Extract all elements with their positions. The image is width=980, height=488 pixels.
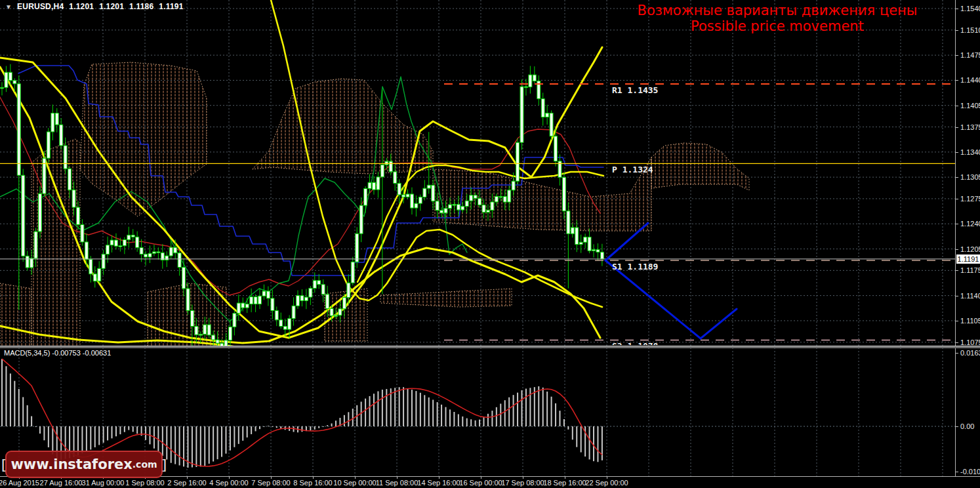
time-tick — [565, 477, 565, 479]
time-tick-label: 1 Sep 08:00 — [125, 479, 164, 487]
level-label-s1[interactable]: S1 1.1189 — [612, 262, 658, 272]
watermark-site: www.instaforex — [10, 457, 132, 472]
time-tick-label: 26 Aug 2015 — [0, 479, 39, 487]
time-tick — [523, 477, 523, 479]
price-tick-label: 1.1405 — [960, 102, 980, 110]
axis-tick — [956, 199, 958, 199]
axis-tick — [956, 152, 958, 153]
time-tick-label: 22 Sep 00:00 — [585, 479, 628, 487]
time-tick — [187, 477, 188, 479]
annotation-text: Возможные варианты движения цены Possibl… — [544, 3, 980, 34]
time-tick-label: 16 Sep 00:00 — [459, 479, 502, 487]
symbol-name: EURUSD,H4 — [17, 2, 64, 11]
current-price-tag: 1.1191 — [956, 254, 980, 264]
price-tick-label: 1.1240 — [960, 220, 980, 228]
price-tick-label: 1.1440 — [960, 76, 980, 84]
axis-tick — [956, 177, 958, 178]
time-tick-label: 4 Sep 00:00 — [209, 479, 248, 487]
price-layers — [0, 0, 955, 346]
macd-tick-label: 0.01633 — [960, 349, 980, 357]
symbol-header: ▼ EURUSD,H4 1.1201 1.1201 1.1186 1.1191 — [5, 2, 184, 11]
price-tick-label: 1.1205 — [960, 245, 980, 253]
time-tick-label: 17 Sep 08:00 — [501, 479, 544, 487]
time-tick — [271, 477, 272, 479]
axis-tick — [956, 249, 958, 250]
time-tick — [313, 477, 314, 479]
price-tick-label: 1.1075 — [960, 338, 980, 346]
price-tick-label: 1.1275 — [960, 195, 980, 203]
time-tick — [439, 477, 439, 479]
time-tick-label: 14 Sep 16:00 — [417, 479, 460, 487]
time-tick-label: 8 Sep 16:00 — [293, 479, 332, 487]
time-tick — [229, 477, 230, 479]
macd-indicator-label: MACD(5,34,5) -0.00753 -0.00631 — [4, 349, 111, 357]
level-label-p[interactable]: P 1.1324 — [612, 165, 653, 174]
time-tick-label: 11 Sep 08:00 — [376, 479, 419, 487]
time-tick — [355, 477, 356, 479]
macd-tick-label: -0.01005 — [960, 468, 980, 476]
watermark-bracket-left: [ — [0, 457, 10, 473]
watermark-bracket-right: ] — [157, 457, 171, 473]
axis-tick — [956, 270, 958, 271]
time-tick-label: 7 Sep 08:00 — [251, 479, 290, 487]
instaforex-watermark: [ www.instaforex .com ] — [5, 451, 163, 478]
forecast-lines — [605, 223, 737, 338]
panel-separator[interactable] — [0, 346, 980, 348]
time-tick-label: 27 Aug 16:00 — [40, 479, 83, 487]
axis-tick — [956, 321, 958, 321]
axis-tick — [956, 80, 958, 81]
time-tick — [481, 477, 481, 479]
time-tick-label: 10 Sep 00:00 — [333, 479, 376, 487]
axis-tick — [956, 353, 958, 354]
ohlc-open: 1.1201 — [69, 2, 94, 11]
price-tick-label: 1.1475 — [960, 51, 980, 59]
axis-tick — [956, 55, 958, 56]
price-chart-canvas[interactable] — [0, 0, 955, 346]
axis-tick — [956, 426, 958, 427]
axis-tick — [956, 224, 958, 224]
axis-tick — [956, 106, 958, 106]
price-chart-panel[interactable] — [0, 0, 955, 346]
mt4-chart-window: ▼ EURUSD,H4 1.1201 1.1201 1.1186 1.1191 … — [0, 0, 980, 488]
macd-tick-label: 0.00 — [960, 422, 974, 430]
axis-tick — [956, 342, 958, 343]
time-tick — [607, 477, 607, 479]
time-tick-label: 31 Aug 00:00 — [82, 479, 125, 487]
time-tick-label: 2 Sep 16:00 — [167, 479, 206, 487]
price-tick-label: 1.1140 — [960, 292, 980, 300]
axis-tick — [956, 127, 958, 128]
price-tick-label: 1.1340 — [960, 148, 980, 156]
time-tick — [397, 477, 398, 479]
price-axis[interactable]: 1.15401.15101.14751.14401.14051.13751.13… — [955, 0, 980, 476]
watermark-domain: .com — [133, 459, 157, 470]
level-label-r1[interactable]: R1 1.1435 — [612, 85, 658, 95]
annotation-line-ru: Возможные варианты движения цены — [544, 3, 980, 18]
symbol-dropdown-icon[interactable]: ▼ — [5, 3, 12, 10]
axis-tick — [956, 472, 958, 472]
price-tick-label: 1.1175 — [960, 266, 980, 274]
annotation-line-en: Possible price movement — [544, 18, 980, 34]
price-tick-label: 1.1105 — [960, 317, 980, 325]
price-tick-label: 1.1305 — [960, 173, 980, 181]
axis-tick — [956, 296, 958, 296]
time-tick-label: 18 Sep 16:00 — [543, 479, 586, 487]
ohlc-low: 1.1186 — [129, 2, 153, 11]
price-tick-label: 1.1375 — [960, 123, 980, 131]
ohlc-high: 1.1201 — [99, 2, 124, 11]
ohlc-close: 1.1191 — [159, 2, 183, 11]
